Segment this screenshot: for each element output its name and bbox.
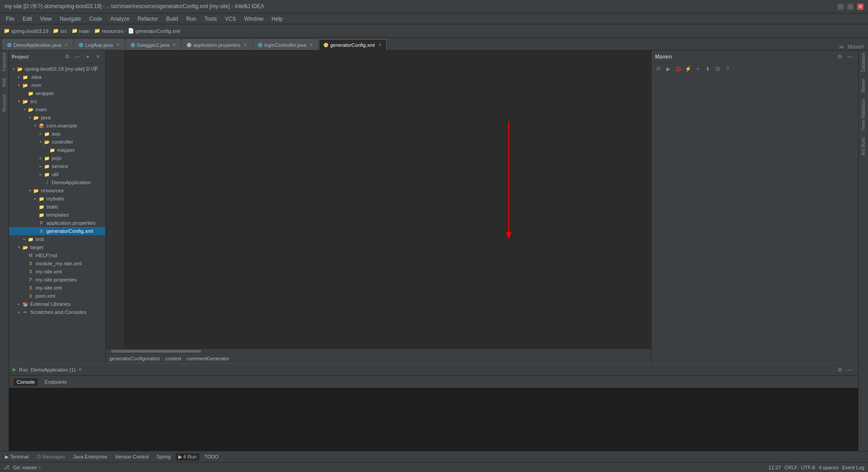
- bottom-tab-versioncontrol[interactable]: Version Control: [112, 453, 151, 460]
- tree-arrow-ext-libs[interactable]: ▸: [16, 302, 22, 306]
- breadcrumb-file[interactable]: generatorConfig.xml: [136, 28, 180, 34]
- tree-item-java[interactable]: ▾📂java: [9, 113, 105, 122]
- code-text[interactable]: [124, 50, 651, 349]
- tree-arrow-spring-boot[interactable]: ▾: [11, 67, 16, 71]
- tab-swagger2[interactable]: Swagger2.java ✕: [126, 39, 181, 50]
- tab-close-login[interactable]: ✕: [309, 42, 313, 47]
- tree-item-scratches[interactable]: ▸✏Scratches and Consoles: [9, 308, 105, 316]
- tab-demoapplication[interactable]: DemoApplication.java ✕: [2, 39, 73, 50]
- left-panel-web[interactable]: Web: [2, 78, 7, 87]
- bottom-tab-run[interactable]: ▶ 4 Run: [176, 453, 199, 461]
- code-view[interactable]: [106, 50, 651, 349]
- maximize-button[interactable]: □: [847, 4, 854, 10]
- breadcrumb-main[interactable]: main: [79, 28, 90, 34]
- sidebar-close-icon[interactable]: ✕: [94, 52, 103, 61]
- tree-item-util[interactable]: ▸📁util: [9, 170, 105, 178]
- close-button[interactable]: ✕: [857, 4, 863, 10]
- right-panel-maven[interactable]: Maven: [861, 79, 866, 92]
- tree-arrow-aop[interactable]: ▸: [38, 132, 43, 136]
- tree-item-pojo[interactable]: ▸📁pojo: [9, 154, 105, 162]
- maven-run-icon[interactable]: ▶: [664, 64, 673, 73]
- menu-vcs[interactable]: VCS: [222, 15, 240, 23]
- sidebar-collapse-icon[interactable]: —: [73, 52, 82, 61]
- menu-file[interactable]: File: [2, 15, 18, 23]
- run-console-content[interactable]: [9, 388, 858, 451]
- maven-settings-icon[interactable]: ⚙: [835, 52, 844, 61]
- run-tab-console[interactable]: Console: [13, 377, 39, 386]
- maven-debug-icon[interactable]: 🐞: [674, 64, 683, 73]
- bottom-tab-messages[interactable]: ⓪ Messages: [34, 453, 68, 461]
- tree-item-my-site-xml2[interactable]: Xmy-site.xml: [9, 284, 105, 292]
- tab-logaop[interactable]: LogAop.java ✕: [74, 39, 124, 50]
- menu-run[interactable]: Run: [183, 15, 200, 23]
- maven-panel-label[interactable]: Maven: [846, 44, 866, 50]
- bottom-tab-javaenterprise[interactable]: Java Enterprise: [70, 453, 110, 460]
- run-tab-endpoints[interactable]: Endpoints: [41, 378, 70, 386]
- tree-item-controller[interactable]: ▾📂controller: [9, 138, 105, 146]
- spaces[interactable]: 4 spaces: [818, 465, 838, 470]
- tree-item-DemoApplication[interactable]: JDemoApplication: [9, 178, 105, 186]
- tree-item-my-site-xml[interactable]: Xmy-site.xml: [9, 268, 105, 276]
- tree-item-templates[interactable]: 📁templates: [9, 211, 105, 219]
- maven-skip-tests-icon[interactable]: ⚡: [683, 64, 692, 73]
- tree-item-app-props[interactable]: Papplication.properties: [9, 219, 105, 227]
- tab-generatorconfig[interactable]: generatorConfig.xml ✕: [319, 39, 386, 50]
- right-panel-database[interactable]: Database: [861, 53, 866, 72]
- tree-arrow-com-example[interactable]: ▾: [32, 123, 38, 128]
- git-status[interactable]: Git: master ↑: [13, 465, 41, 470]
- encoding[interactable]: UTF-8: [801, 465, 815, 470]
- tab-close-genconfig[interactable]: ✕: [378, 42, 382, 47]
- tree-arrow-test[interactable]: ▸: [22, 237, 27, 241]
- maven-collapse-all-icon[interactable]: ⊟: [713, 64, 722, 73]
- tree-item-HELP[interactable]: MHELP.md: [9, 251, 105, 259]
- tree-item-static[interactable]: 📁static: [9, 203, 105, 211]
- breadcrumb-src[interactable]: src: [60, 28, 67, 34]
- menu-tools[interactable]: Tools: [201, 15, 221, 23]
- tab-logincontroller[interactable]: loginController.java ✕: [253, 39, 318, 50]
- tree-arrow-scratches[interactable]: ▸: [16, 310, 22, 314]
- left-panel-structure[interactable]: Structure: [2, 94, 7, 113]
- menu-refactor[interactable]: Refactor: [134, 15, 162, 23]
- tree-item-idea[interactable]: ▸📁.idea: [9, 73, 105, 81]
- bottom-tab-terminal[interactable]: ▶ Terminal: [2, 453, 32, 461]
- maven-download-sources-icon[interactable]: ⬇: [703, 64, 712, 73]
- tab-close-logaop[interactable]: ✕: [116, 42, 120, 47]
- menu-build[interactable]: Build: [163, 15, 182, 23]
- event-log[interactable]: Event Log: [842, 465, 864, 470]
- breadcrumb-part3[interactable]: commentGenerator: [186, 356, 229, 361]
- tree-arrow-target[interactable]: ▾: [16, 245, 22, 250]
- crlf[interactable]: CRLF: [785, 465, 798, 470]
- maven-collapse-icon[interactable]: —: [845, 52, 854, 61]
- run-play-icon[interactable]: ▶: [13, 367, 16, 372]
- tree-item-mvn[interactable]: ▾📂.mvn: [9, 81, 105, 89]
- tab-close-swagger[interactable]: ✕: [172, 42, 176, 47]
- horizontal-scrollbar[interactable]: [106, 349, 651, 353]
- tree-item-genConfig[interactable]: XgeneratorConfig.xml: [9, 227, 105, 235]
- sidebar-expand-icon[interactable]: ▾: [83, 52, 92, 61]
- tree-item-my-site-props[interactable]: Pmy-site.properties: [9, 276, 105, 284]
- tree-arrow-src[interactable]: ▾: [16, 99, 22, 104]
- breadcrumb-project[interactable]: spring-boot03.19: [11, 28, 49, 34]
- tree-item-aop[interactable]: ▸📁aop: [9, 130, 105, 138]
- tree-item-resources[interactable]: ▾📂resources: [9, 186, 105, 195]
- menu-analyze[interactable]: Analyze: [107, 15, 133, 23]
- tree-arrow-java[interactable]: ▾: [27, 115, 32, 120]
- code-editor[interactable]: generatorConfiguration › context › comme…: [106, 50, 651, 363]
- right-panel-team[interactable]: Team Validation: [861, 99, 866, 131]
- menu-help[interactable]: Help: [268, 15, 286, 23]
- menu-window[interactable]: Window: [240, 15, 267, 23]
- tree-item-test[interactable]: ▸📁test: [9, 235, 105, 243]
- maven-refresh-icon[interactable]: ↺: [654, 64, 663, 73]
- tree-arrow-mvn[interactable]: ▾: [16, 83, 22, 87]
- tree-arrow-resources[interactable]: ▾: [27, 188, 32, 193]
- sidebar-settings-icon[interactable]: ⚙: [63, 52, 72, 61]
- scrollbar-thumb[interactable]: [111, 350, 201, 353]
- tree-arrow-service[interactable]: ▸: [38, 164, 43, 168]
- run-close-icon[interactable]: ✕: [78, 367, 82, 372]
- tree-item-ext-libs[interactable]: ▸📚External Libraries: [9, 300, 105, 308]
- tree-item-src[interactable]: ▾📂src: [9, 97, 105, 105]
- menu-view[interactable]: View: [36, 15, 55, 23]
- breadcrumb-part1[interactable]: generatorConfiguration: [109, 356, 160, 361]
- left-panel-favorites[interactable]: Favorites: [2, 53, 7, 71]
- bottom-tab-spring[interactable]: Spring: [154, 453, 173, 460]
